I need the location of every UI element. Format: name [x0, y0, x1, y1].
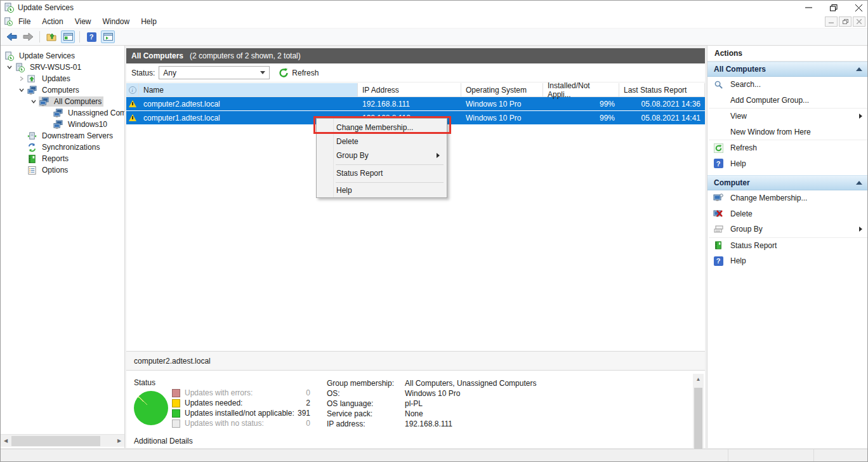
filter-row: Status: Any Refresh	[126, 63, 705, 82]
computer-icon	[53, 109, 63, 118]
context-menu-help[interactable]: Help	[317, 183, 446, 197]
blank-icon	[713, 111, 724, 121]
scroll-up-icon[interactable]: ▲	[693, 374, 704, 385]
tree-item-srv-wsus-01[interactable]: SRV-WSUS-01	[4, 62, 83, 73]
new-window-button[interactable]	[101, 30, 115, 43]
action-group-by[interactable]: Group By	[707, 221, 868, 237]
tree-item-update-services[interactable]: Update Services	[4, 50, 77, 62]
info-label: Service pack:	[327, 409, 372, 418]
help-icon: ?	[713, 256, 724, 266]
forward-button[interactable]	[21, 30, 35, 43]
column-header-installed[interactable]: Installed/Not Appli...	[543, 83, 619, 96]
refresh-button[interactable]: Refresh	[279, 68, 319, 78]
column-header-name[interactable]: Name	[139, 83, 358, 96]
options-icon	[27, 166, 37, 175]
actions-section-computer[interactable]: Computer	[707, 175, 868, 190]
tree-item-unassigned-computers[interactable]: Unassigned Comp	[53, 107, 125, 119]
legend-item: Updates needed: 2	[172, 399, 310, 407]
info-value: All Computers, Unassigned Computers	[405, 379, 536, 388]
action-add-computer-group[interactable]: Add Computer Group...	[707, 93, 868, 109]
status-filter-dropdown[interactable]: Any	[159, 66, 270, 79]
collapse-icon[interactable]	[856, 67, 862, 71]
tree-item-synchronizations[interactable]: Synchronizations	[27, 142, 102, 153]
console-root-icon	[4, 51, 15, 61]
help-toolbar-button[interactable]: ?	[84, 30, 98, 43]
context-menu-change-membership[interactable]: Change Membership...	[317, 121, 446, 135]
child-close-button[interactable]	[853, 16, 865, 27]
results-title: All Computers	[131, 51, 183, 60]
menu-help[interactable]: Help	[135, 15, 162, 28]
divider	[728, 449, 728, 462]
context-menu-status-report[interactable]: Status Report	[317, 166, 446, 180]
legend-swatch-errors	[172, 389, 180, 397]
action-search[interactable]: Search...	[707, 77, 868, 93]
tree-item-computers[interactable]: Computers	[16, 84, 81, 96]
menu-bar: File Action View Window Help	[1, 15, 867, 29]
column-header-os[interactable]: Operating System	[461, 83, 543, 96]
updates-icon	[27, 74, 37, 84]
close-button[interactable]	[855, 4, 862, 11]
child-window-controls	[825, 16, 865, 27]
context-menu-delete[interactable]: Delete	[317, 135, 446, 148]
info-label: OS language:	[327, 399, 373, 408]
action-view[interactable]: View	[707, 109, 868, 124]
tree-item-reports[interactable]: Reports	[27, 153, 70, 164]
menu-action[interactable]: Action	[36, 15, 69, 28]
actions-panel-title: Actions	[707, 46, 868, 62]
tree-horizontal-scrollbar[interactable]: ◀ ▶	[1, 434, 124, 447]
menu-window[interactable]: Window	[97, 15, 136, 28]
action-help-computer[interactable]: ? Help	[707, 253, 868, 269]
tree-item-downstream-servers[interactable]: Downstream Servers	[27, 130, 115, 142]
info-label: IP address:	[327, 419, 365, 428]
tree-item-all-computers[interactable]: All Computers	[29, 96, 103, 107]
actions-section-all-computers[interactable]: All Computers	[707, 62, 868, 77]
help-icon: ?	[87, 32, 96, 42]
action-refresh[interactable]: Refresh	[707, 140, 868, 156]
tree-item-options[interactable]: Options	[27, 164, 70, 176]
scroll-left-icon[interactable]: ◀	[1, 435, 11, 447]
column-header-last-status[interactable]: Last Status Report	[619, 83, 705, 96]
tree-item-updates[interactable]: Updates	[16, 73, 72, 84]
action-change-membership[interactable]: Change Membership...	[707, 190, 868, 206]
show-console-tree-button[interactable]	[61, 30, 75, 43]
action-help[interactable]: ? Help	[707, 156, 868, 172]
action-status-report[interactable]: Status Report	[707, 238, 868, 254]
restore-button[interactable]	[830, 4, 838, 11]
info-value: 192.168.8.111	[405, 419, 452, 428]
chevron-down-icon[interactable]	[29, 98, 39, 105]
app-icon	[4, 3, 14, 13]
refresh-icon	[279, 68, 289, 78]
table-row[interactable]: computer2.adtest.local 192.168.8.111 Win…	[126, 97, 705, 111]
scrollbar-thumb[interactable]	[11, 436, 100, 446]
collapse-icon[interactable]	[856, 181, 862, 185]
reports-icon	[27, 154, 37, 164]
minimize-button[interactable]	[805, 4, 812, 11]
chevron-down-icon[interactable]	[16, 87, 27, 93]
chevron-down-icon[interactable]	[4, 64, 15, 70]
export-list-button[interactable]	[44, 30, 58, 43]
back-button[interactable]	[4, 30, 18, 43]
legend-item: Updates with errors: 0	[172, 388, 310, 397]
synchronizations-icon	[27, 143, 37, 152]
action-new-window[interactable]: New Window from Here	[707, 124, 868, 140]
info-column-header[interactable]: i	[126, 83, 139, 96]
info-value: None	[405, 409, 423, 418]
scroll-right-icon[interactable]: ▶	[114, 435, 124, 447]
table-header-row: i Name IP Address Operating System Insta…	[126, 83, 705, 97]
blank-icon	[713, 95, 724, 105]
context-menu-group-by[interactable]: Group By	[317, 148, 446, 162]
child-restore-button[interactable]	[839, 16, 852, 27]
chevron-right-icon[interactable]	[16, 76, 27, 82]
tree-item-windows10[interactable]: Windows10	[53, 119, 109, 130]
column-header-ip[interactable]: IP Address	[358, 83, 461, 96]
blank-icon	[713, 127, 724, 137]
menu-view[interactable]: View	[69, 15, 97, 28]
menu-file[interactable]: File	[13, 15, 36, 28]
child-minimize-button[interactable]	[825, 16, 838, 27]
action-delete[interactable]: Delete	[707, 206, 868, 222]
context-menu: Change Membership... Delete Group By Sta…	[316, 118, 447, 198]
wsus-console-window: Update Services File Action View Window …	[0, 0, 868, 462]
group-by-icon	[713, 224, 724, 234]
info-label: Group membership:	[327, 379, 394, 388]
results-count: (2 computers of 2 shown, 2 total)	[190, 51, 301, 60]
